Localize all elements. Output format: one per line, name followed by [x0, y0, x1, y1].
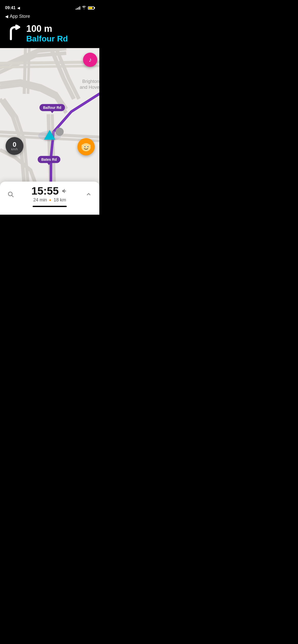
waze-character-icon	[80, 141, 92, 152]
expand-button[interactable]	[83, 189, 94, 200]
chevron-up-icon	[85, 191, 92, 198]
region-label: Brighton and Hove	[80, 79, 99, 91]
wifi-icon	[82, 6, 86, 10]
eta-distance: 18 km	[53, 197, 66, 203]
map-svg	[0, 48, 99, 198]
balfour-rd-map-label: Balfour Rd	[39, 104, 65, 111]
eta-details: 24 min 18 km	[31, 197, 68, 203]
search-icon	[7, 191, 14, 198]
search-button[interactable]	[5, 189, 16, 200]
bates-rd-map-label: Bates Rd	[38, 156, 60, 163]
bottom-bar-main: 15:55 24 min 18 km	[5, 186, 94, 203]
back-chevron-icon: ◀	[5, 14, 8, 19]
svg-point-7	[89, 144, 91, 147]
nav-street: Balfour Rd	[26, 34, 68, 43]
speed-value: 0	[13, 141, 16, 148]
volume-button[interactable]	[61, 188, 68, 194]
eta-duration: 24 min	[33, 197, 47, 203]
battery-icon	[88, 6, 94, 10]
svg-point-8	[8, 192, 12, 196]
back-button[interactable]: ◀ App Store	[0, 13, 99, 21]
svg-point-4	[84, 146, 85, 147]
time-display: 09:41	[5, 6, 16, 10]
eta-section: 15:55 24 min 18 km	[31, 186, 68, 203]
car-position	[44, 130, 55, 140]
region-name-line1: Brighton	[80, 79, 99, 84]
music-note-icon: ♪	[89, 56, 92, 63]
region-name-line2: and Hove	[80, 84, 99, 90]
nav-banner: 100 m Balfour Rd	[0, 21, 99, 48]
signal-strength-icon	[76, 6, 80, 10]
svg-line-9	[12, 195, 13, 197]
car-arrow-icon	[44, 130, 55, 140]
location-arrow-icon: ◀	[17, 6, 20, 10]
waze-buddy-button[interactable]	[77, 138, 95, 155]
music-button[interactable]: ♪	[83, 53, 97, 67]
status-icons	[76, 6, 94, 10]
back-label: App Store	[10, 14, 30, 19]
gray-dot-indicator	[56, 128, 64, 136]
status-time: 09:41 ◀	[5, 6, 20, 10]
map-area[interactable]: ♪ Brighton and Hove Balfour Rd Bates Rd …	[0, 48, 99, 198]
volume-icon	[61, 188, 68, 194]
home-indicator	[33, 206, 67, 207]
speed-unit: km/h	[11, 148, 18, 151]
svg-point-1	[82, 143, 91, 151]
nav-info: 100 m Balfour Rd	[26, 24, 68, 43]
svg-point-6	[82, 144, 84, 147]
eta-time-display: 15:55	[31, 186, 59, 196]
bottom-bar: 15:55 24 min 18 km	[0, 182, 99, 215]
svg-point-5	[87, 146, 88, 147]
status-bar: 09:41 ◀	[0, 0, 99, 13]
eta-separator-dot	[49, 199, 51, 201]
speed-indicator: 0 km/h	[6, 137, 23, 155]
nav-distance: 100 m	[26, 24, 68, 34]
turn-arrow-icon	[5, 25, 22, 42]
